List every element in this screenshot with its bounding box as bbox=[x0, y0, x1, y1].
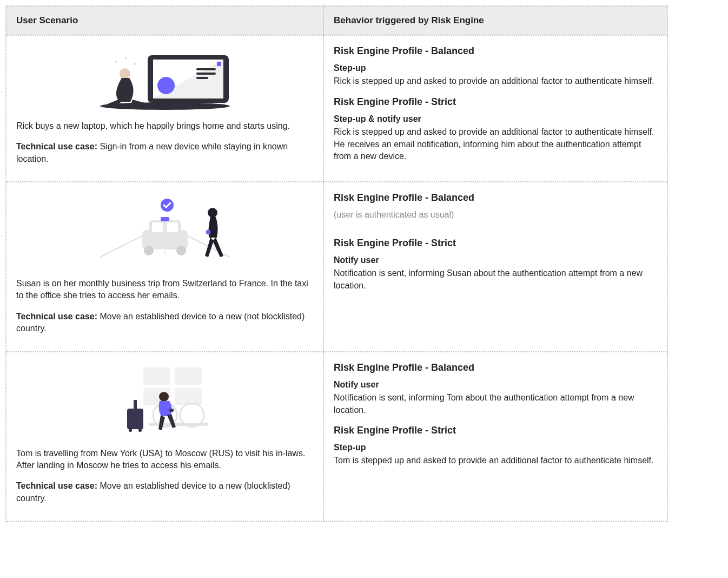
svg-rect-33 bbox=[127, 409, 143, 429]
technical-use-case: Technical use case: Move an established … bbox=[16, 311, 313, 335]
svg-point-4 bbox=[157, 77, 175, 94]
svg-point-9 bbox=[120, 68, 130, 79]
svg-point-10 bbox=[115, 61, 117, 63]
svg-rect-25 bbox=[206, 230, 210, 234]
svg-point-24 bbox=[208, 208, 217, 218]
svg-rect-34 bbox=[134, 400, 137, 410]
header-behavior: Behavior triggered by Risk Engine bbox=[323, 6, 667, 35]
svg-rect-38 bbox=[169, 409, 174, 412]
technical-use-case-label: Technical use case: bbox=[16, 481, 97, 490]
scenario-description: Susan is on her monthly business trip fr… bbox=[16, 278, 313, 302]
scenario-description: Rick buys a new laptop, which he happily… bbox=[16, 120, 313, 132]
profile-balanced-title: Risk Engine Profile - Balanced bbox=[334, 44, 657, 58]
strict-action-label: Step-up bbox=[334, 442, 657, 454]
balanced-muted-note: (user is authenticated as usual) bbox=[334, 209, 657, 221]
svg-point-22 bbox=[176, 246, 186, 255]
svg-line-13 bbox=[100, 235, 143, 257]
balanced-action-label: Notify user bbox=[334, 379, 657, 391]
svg-point-0 bbox=[100, 102, 230, 110]
svg-rect-26 bbox=[143, 367, 170, 385]
balanced-action-body: Rick is stepped up and asked to provide … bbox=[334, 75, 657, 87]
strict-action-label: Notify user bbox=[334, 254, 657, 266]
strict-action-body: Notification is sent, informing Susan ab… bbox=[334, 267, 657, 292]
scenario-description: Tom is travelling from New York (USA) to… bbox=[16, 448, 313, 472]
technical-use-case: Technical use case: Sign-in from a new d… bbox=[16, 141, 313, 165]
profile-strict-title: Risk Engine Profile - Strict bbox=[334, 95, 657, 109]
strict-action-label: Step-up & notify user bbox=[334, 113, 657, 125]
balanced-action-label: Step-up bbox=[334, 62, 657, 74]
svg-point-36 bbox=[138, 429, 142, 432]
svg-rect-32 bbox=[149, 423, 208, 426]
technical-use-case: Technical use case: Move an established … bbox=[16, 480, 313, 504]
strict-action-body: Rick is stepped up and asked to provide … bbox=[334, 126, 657, 162]
profile-balanced-title: Risk Engine Profile - Balanced bbox=[334, 191, 657, 205]
svg-rect-7 bbox=[196, 77, 208, 79]
table-row: Rick buys a new laptop, which he happily… bbox=[6, 35, 667, 182]
technical-use-case-label: Technical use case: bbox=[16, 312, 97, 321]
svg-rect-29 bbox=[175, 388, 202, 405]
svg-rect-19 bbox=[167, 222, 178, 232]
header-user-scenario: User Scenario bbox=[6, 6, 323, 35]
profile-strict-title: Risk Engine Profile - Strict bbox=[334, 237, 657, 250]
table-row: Susan is on her monthly business trip fr… bbox=[6, 182, 667, 352]
svg-point-35 bbox=[129, 429, 132, 432]
airport-illustration bbox=[16, 362, 313, 438]
svg-rect-18 bbox=[152, 222, 163, 232]
profile-balanced-title: Risk Engine Profile - Balanced bbox=[334, 361, 657, 375]
svg-point-11 bbox=[125, 57, 127, 60]
svg-point-21 bbox=[144, 246, 154, 255]
balanced-action-body: Notification is sent, informing Tom abou… bbox=[334, 392, 657, 416]
laptop-illustration bbox=[16, 45, 313, 110]
svg-rect-6 bbox=[196, 73, 216, 75]
svg-rect-8 bbox=[217, 62, 221, 66]
taxi-illustration bbox=[16, 192, 313, 268]
svg-point-37 bbox=[159, 392, 169, 402]
svg-rect-27 bbox=[175, 367, 202, 385]
technical-use-case-label: Technical use case: bbox=[16, 142, 97, 151]
strict-action-body: Tom is stepped up and asked to provide a… bbox=[334, 455, 657, 467]
table-row: Tom is travelling from New York (USA) to… bbox=[6, 352, 667, 522]
svg-point-12 bbox=[134, 63, 136, 65]
svg-rect-5 bbox=[196, 68, 216, 70]
profile-strict-title: Risk Engine Profile - Strict bbox=[334, 424, 657, 437]
svg-rect-20 bbox=[161, 217, 169, 221]
scenarios-table: User Scenario Behavior triggered by Risk… bbox=[5, 5, 668, 522]
